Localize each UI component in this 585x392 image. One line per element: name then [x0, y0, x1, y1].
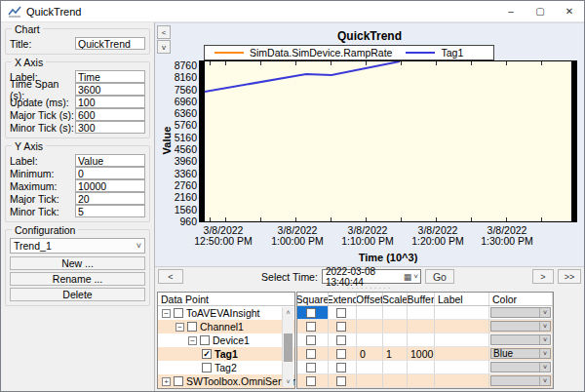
calendar-icon[interactable]: ▦	[404, 272, 412, 282]
chevron-down-icon: ˅	[539, 376, 550, 385]
column-buffer: Buffer	[408, 293, 435, 305]
quicktrend-window: QuickTrend – ▢ ✕ Chart Title: X Axis Lab…	[0, 0, 585, 392]
update-ms-input[interactable]	[75, 96, 145, 108]
fast-forward-button[interactable]: >>	[558, 269, 581, 284]
tag1-buffer[interactable]: 1000	[408, 347, 435, 361]
minimize-button[interactable]: –	[496, 1, 526, 22]
square-checkbox[interactable]	[306, 349, 316, 359]
scroll-up-icon[interactable]: ˄	[283, 307, 293, 318]
checkbox-tag1-checked[interactable]: ✓	[202, 349, 212, 359]
y-major-tick-input[interactable]	[75, 192, 145, 205]
ramprate-series-label: SimData.SimDevice.RampRate	[250, 47, 392, 59]
time-span-input[interactable]	[75, 83, 145, 96]
y-label-input[interactable]	[75, 154, 145, 167]
extend-checkbox[interactable]	[336, 376, 346, 386]
square-checkbox[interactable]	[306, 376, 316, 386]
extend-checkbox[interactable]	[336, 363, 346, 372]
extend-checkbox[interactable]	[336, 349, 346, 359]
close-button[interactable]: ✕	[555, 1, 584, 22]
color-combo[interactable]: ˅	[490, 362, 551, 372]
step-forward-button[interactable]: >	[532, 269, 554, 284]
extend-checkbox[interactable]	[336, 308, 346, 318]
datetime-dropdown-icon[interactable]: ˅	[411, 272, 420, 281]
table-row-tag1: 0 1 1000 Blue˅	[297, 347, 553, 361]
title-field-label: Title:	[10, 38, 75, 50]
column-extend: Extend	[329, 293, 357, 305]
y-minor-tick-label: Minor Tick:	[10, 206, 75, 217]
color-combo[interactable]: ˅	[490, 375, 551, 386]
table-row: ˅	[297, 374, 553, 388]
tag1-series-label: Tag1	[441, 47, 463, 59]
tree-item-tag2[interactable]: Tag2	[158, 361, 294, 374]
checkbox-tag2[interactable]	[202, 363, 212, 372]
minimum-label: Minimum:	[10, 168, 75, 179]
table-row: ˅	[297, 306, 553, 320]
y-major-tick-label: Major Tick:	[10, 193, 75, 205]
tree-item-channel1[interactable]: − Channel1	[158, 320, 294, 333]
tag1-color-combo[interactable]: Blue˅	[490, 348, 551, 359]
extend-checkbox[interactable]	[336, 335, 346, 345]
x-axis-tick-labels: 3/8/202212:50:00 PM 3/8/20221:00:00 PM 3…	[199, 225, 577, 249]
data-point-panel: Data Point − ToAVEVAInsight − Channel1 −	[155, 291, 584, 391]
tree-item-tag1[interactable]: ✓ Tag1	[158, 347, 294, 361]
update-ms-label: Update (ms):	[10, 97, 75, 108]
x-axis-group: X Axis Label: Time Span (s): Update (ms)…	[5, 61, 150, 138]
checkbox-swtoolbox[interactable]	[174, 376, 183, 386]
maximum-input[interactable]	[75, 179, 145, 192]
checkbox-channel1[interactable]	[187, 322, 197, 332]
select-time-label: Select Time:	[261, 271, 318, 283]
color-combo[interactable]: ˅	[490, 334, 551, 345]
column-offset: Offset	[357, 293, 383, 305]
square-cell-selected[interactable]	[297, 306, 329, 320]
square-checkbox[interactable]	[306, 322, 316, 332]
data-point-table: Square Extend Offset Scale Buffer Label …	[296, 292, 554, 389]
x-minor-tick-input[interactable]	[75, 121, 145, 134]
checkbox-toavevainsight[interactable]	[174, 308, 183, 318]
select-time-input[interactable]: 2022-03-08 13:40:44 ▦ ˅	[322, 269, 421, 284]
maximum-label: Maximum:	[10, 180, 75, 192]
color-combo[interactable]: ˅	[490, 307, 551, 318]
tag1-scale[interactable]: 1	[383, 347, 408, 361]
y-minor-tick-input[interactable]	[75, 205, 145, 217]
new-button[interactable]: New ...	[10, 256, 145, 270]
chart-title-input[interactable]	[75, 37, 145, 50]
configuration-group-title: Configuration	[12, 224, 78, 236]
column-scale: Scale	[383, 293, 408, 305]
tree-item-toavevainsight[interactable]: − ToAVEVAInsight	[158, 306, 294, 320]
plot-area[interactable]	[199, 60, 577, 222]
color-combo[interactable]: ˅	[490, 321, 551, 332]
scroll-down-icon[interactable]: ˅	[283, 376, 293, 387]
square-checkbox[interactable]	[306, 335, 316, 345]
x-major-tick-input[interactable]	[75, 108, 145, 121]
tag1-line-series	[205, 61, 571, 221]
go-button[interactable]: Go	[425, 269, 454, 284]
x-label-input[interactable]	[75, 70, 145, 83]
delete-button[interactable]: Delete	[10, 288, 145, 301]
chevron-down-icon: ˅	[539, 349, 550, 358]
extend-checkbox[interactable]	[336, 322, 346, 332]
chevron-down-icon: ˅	[539, 322, 550, 331]
collapse-icon[interactable]: −	[176, 323, 184, 332]
collapse-icon[interactable]: −	[188, 336, 197, 345]
scrollbar-thumb[interactable]	[284, 333, 292, 362]
tag1-offset[interactable]: 0	[357, 347, 383, 361]
app-icon	[8, 6, 21, 18]
square-checkbox[interactable]	[306, 308, 316, 318]
square-checkbox[interactable]	[306, 363, 316, 372]
tree-scrollbar[interactable]: ˄ ˅	[282, 307, 293, 387]
configuration-select[interactable]: Trend_1 ˅	[10, 238, 145, 254]
maximize-button[interactable]: ▢	[526, 1, 555, 22]
checkbox-device1[interactable]	[200, 335, 210, 345]
column-label: Label	[435, 293, 489, 305]
collapse-icon[interactable]: −	[162, 309, 171, 318]
tree-item-swtoolbox-omniserver[interactable]: + SWToolbox.OmniServer	[158, 374, 294, 388]
expand-icon[interactable]: +	[162, 377, 171, 386]
x-axis-title: Time (10^3)	[199, 252, 577, 263]
minimum-input[interactable]	[75, 167, 145, 179]
y-axis-group: Y Axis Label: Minimum: Maximum: Major Ti…	[5, 145, 150, 222]
window-title: QuickTrend	[26, 6, 81, 18]
tag1-label[interactable]	[435, 347, 489, 361]
tree-item-device1[interactable]: − Device1	[158, 333, 294, 347]
step-back-button[interactable]: <	[158, 269, 183, 284]
rename-button[interactable]: Rename ...	[10, 272, 145, 286]
